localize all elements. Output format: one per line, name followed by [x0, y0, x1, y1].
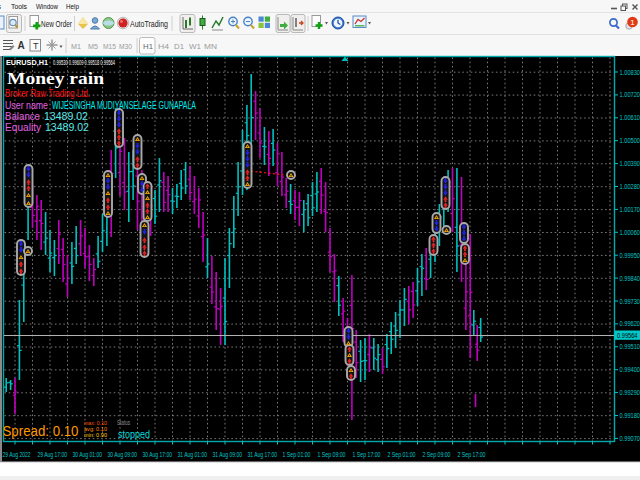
svg-text:2 Sep 09:00: 2 Sep 09:00	[423, 450, 451, 459]
svg-text:MN: MN	[204, 42, 217, 51]
svg-text:EURUSD,H1: EURUSD,H1	[6, 59, 48, 67]
svg-text:M15: M15	[103, 42, 116, 51]
svg-text:31 Aug 09:00: 31 Aug 09:00	[213, 450, 243, 459]
svg-text:1: 1	[630, 18, 635, 27]
svg-text:1.00830: 1.00830	[620, 68, 640, 77]
svg-text:0.99180: 0.99180	[620, 411, 640, 420]
svg-text:1.00170: 1.00170	[620, 205, 640, 214]
svg-text:stopped: stopped	[118, 428, 150, 440]
svg-text:Balance: Balance	[5, 111, 40, 122]
svg-text:1 Sep 17:00: 1 Sep 17:00	[353, 450, 381, 459]
svg-text:Tools: Tools	[11, 2, 27, 11]
svg-text:Spread: 0.10: Spread: 0.10	[3, 422, 79, 439]
svg-text:29 Aug 17:00: 29 Aug 17:00	[38, 450, 68, 459]
svg-text:30 Aug 01:00: 30 Aug 01:00	[73, 450, 103, 459]
svg-text:W1: W1	[189, 42, 202, 51]
svg-text:1.00500: 1.00500	[620, 136, 640, 145]
svg-text:0.99510: 0.99510	[620, 342, 640, 351]
svg-text:Help: Help	[66, 2, 79, 11]
svg-text:13489.02: 13489.02	[44, 111, 88, 122]
svg-text:T: T	[33, 41, 39, 51]
svg-text:0.99530 0.99609 0.99518 0.9956: 0.99530 0.99609 0.99518 0.99564	[53, 59, 115, 66]
svg-text:Broker Raw Trading Ltd.: Broker Raw Trading Ltd.	[5, 88, 90, 99]
svg-text:H1: H1	[143, 42, 154, 51]
svg-text:1.00720: 1.00720	[620, 90, 640, 99]
svg-text:13489.02: 13489.02	[45, 122, 89, 133]
svg-text:User name: User name	[5, 100, 48, 111]
svg-text:Money rain: Money rain	[7, 70, 104, 88]
svg-text:Window: Window	[36, 2, 58, 11]
svg-text:min: 0.90: min: 0.90	[84, 432, 108, 438]
svg-text:D1: D1	[174, 42, 185, 51]
svg-text:31 Aug 17:00: 31 Aug 17:00	[248, 450, 278, 459]
svg-text:Equality: Equality	[5, 122, 41, 133]
svg-text:1 Sep 09:00: 1 Sep 09:00	[318, 450, 346, 459]
svg-text:29 Aug 2022: 29 Aug 2022	[3, 450, 31, 459]
svg-text:0.99950: 0.99950	[620, 251, 640, 260]
svg-text:30 Aug 17:00: 30 Aug 17:00	[143, 450, 173, 459]
svg-text:0.99730: 0.99730	[620, 297, 640, 306]
svg-text:30 Aug 09:00: 30 Aug 09:00	[108, 450, 138, 459]
svg-text:0.99070: 0.99070	[620, 434, 640, 443]
svg-text:2 Sep 17:00: 2 Sep 17:00	[458, 450, 486, 459]
svg-text:A: A	[18, 40, 25, 51]
svg-text:1.00280: 1.00280	[620, 182, 640, 191]
svg-text:M1: M1	[71, 42, 81, 51]
svg-text:0.99400: 0.99400	[620, 365, 640, 374]
svg-text:0.99620: 0.99620	[620, 319, 640, 328]
svg-text:1.00610: 1.00610	[620, 113, 640, 122]
svg-text:Status: Status	[117, 419, 130, 426]
svg-text:s: s	[0, 2, 1, 11]
svg-text:M5: M5	[88, 42, 98, 51]
svg-text:0.99564: 0.99564	[617, 331, 638, 340]
svg-text:H4: H4	[158, 42, 170, 51]
svg-text:1.00060: 1.00060	[620, 228, 640, 237]
svg-text:2 Sep 01:00: 2 Sep 01:00	[388, 450, 416, 459]
svg-text:New Order: New Order	[41, 19, 72, 29]
svg-text:1 Sep 01:00: 1 Sep 01:00	[283, 450, 311, 459]
svg-text:WIJESINGHA MUDIYANSELAGE GUNA: WIJESINGHA MUDIYANSELAGE GUNAPALA	[52, 100, 196, 111]
svg-text:0.99290: 0.99290	[620, 388, 640, 397]
svg-text:1.00390: 1.00390	[620, 159, 640, 168]
svg-text:31 Aug 01:00: 31 Aug 01:00	[178, 450, 208, 459]
svg-text:AutoTrading: AutoTrading	[130, 19, 168, 29]
svg-text:0.99840: 0.99840	[620, 274, 640, 283]
svg-text:M30: M30	[119, 42, 132, 51]
